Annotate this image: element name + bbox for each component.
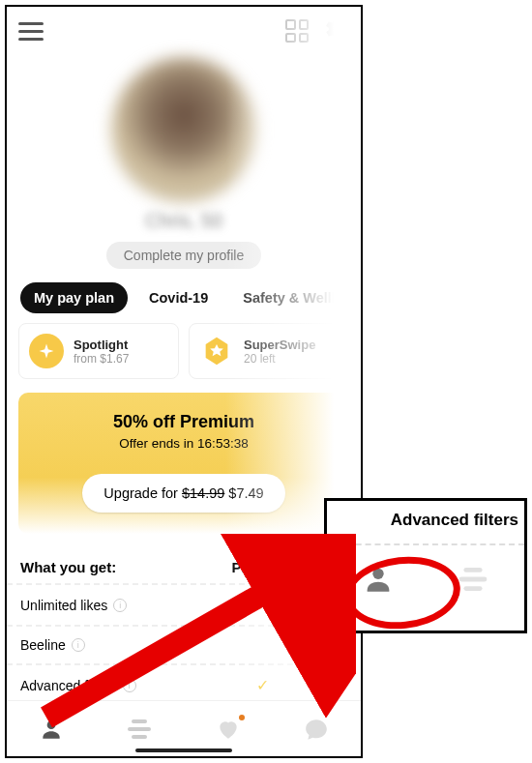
- info-icon[interactable]: i: [113, 599, 127, 612]
- feature-row-unlimited-likes: Unlimited likesi ✓: [7, 583, 361, 625]
- nav-chat-icon[interactable]: [302, 715, 331, 744]
- notification-dot: [239, 715, 245, 720]
- info-icon[interactable]: i: [123, 679, 136, 692]
- app-screen: Chris, 50 Complete my profile My pay pla…: [5, 5, 363, 758]
- superswipe-icon: [199, 334, 234, 368]
- spotlight-title: Spotlight: [74, 337, 129, 352]
- avatar[interactable]: [111, 57, 256, 202]
- profile-name: Chris, 50: [145, 210, 222, 232]
- next-banner-peek: [349, 393, 359, 478]
- svg-rect-7: [459, 577, 488, 582]
- compare-header: What you get: Premium Bo: [7, 534, 361, 583]
- bottom-nav: [7, 700, 361, 756]
- svg-point-1: [46, 720, 55, 729]
- nav-profile-icon[interactable]: [37, 715, 66, 744]
- premium-check: ✓: [226, 596, 299, 614]
- feature-row-beeline: Beelinei: [7, 625, 361, 663]
- feature-label: Unlimited likes: [20, 598, 107, 613]
- top-right-actions: [285, 16, 349, 45]
- callout-inset: Advanced filters: [324, 498, 527, 633]
- superswipe-title: SuperSwipe: [244, 337, 315, 352]
- promo-row: Spotlight from $1.67 SuperSwipe 20 left: [7, 323, 361, 379]
- tab-safety-wellbeing[interactable]: Safety & Wellbeing: [229, 282, 363, 313]
- compare-what-label: What you get:: [20, 559, 226, 575]
- home-indicator: [135, 748, 232, 752]
- complete-profile-button[interactable]: Complete my profile: [106, 242, 262, 269]
- feature-label: Beeline: [20, 637, 66, 653]
- feature-row-advanced-filters: Advanced filtersi ✓: [7, 663, 361, 705]
- superswipe-card[interactable]: SuperSwipe 20 left: [189, 323, 349, 379]
- feature-label: Advanced filters: [20, 678, 117, 693]
- spotlight-sub: from $1.67: [74, 352, 129, 366]
- svg-rect-3: [128, 727, 151, 731]
- qr-icon[interactable]: [285, 19, 309, 43]
- spotlight-icon: [29, 334, 64, 368]
- tab-bar: My pay plan Covid-19 Safety & Wellbeing: [7, 269, 361, 323]
- top-bar: [7, 7, 361, 55]
- premium-title: 50% off Premium: [36, 412, 332, 432]
- svg-rect-4: [132, 735, 147, 739]
- callout-stack-icon[interactable]: [457, 568, 489, 595]
- svg-rect-6: [463, 568, 482, 572]
- menu-icon[interactable]: [18, 22, 44, 41]
- old-price: $14.99: [182, 485, 224, 501]
- nav-heart-icon[interactable]: [214, 715, 243, 744]
- tab-my-pay-plan[interactable]: My pay plan: [20, 282, 128, 313]
- new-price: $7.49: [228, 485, 263, 501]
- compare-col-premium: Premium: [226, 559, 299, 575]
- settings-icon[interactable]: [324, 16, 349, 45]
- nav-stack-icon[interactable]: [125, 715, 154, 744]
- upgrade-button[interactable]: Upgrade for $14.99 $7.49: [82, 474, 284, 513]
- svg-rect-8: [463, 586, 482, 591]
- premium-banner[interactable]: 50% off Premium Offer ends in 16:53:38 U…: [18, 393, 349, 534]
- svg-rect-2: [132, 719, 147, 723]
- spotlight-card[interactable]: Spotlight from $1.67: [18, 323, 179, 379]
- premium-check: ✓: [226, 676, 299, 694]
- superswipe-sub: 20 left: [244, 352, 315, 366]
- premium-countdown: Offer ends in 16:53:38: [36, 436, 332, 451]
- upgrade-prefix: Upgrade for: [103, 485, 182, 501]
- profile-section: Chris, 50 Complete my profile: [7, 57, 361, 269]
- info-icon[interactable]: i: [72, 638, 85, 652]
- tab-covid-19[interactable]: Covid-19: [135, 282, 222, 313]
- callout-title: Advanced filters: [327, 501, 524, 540]
